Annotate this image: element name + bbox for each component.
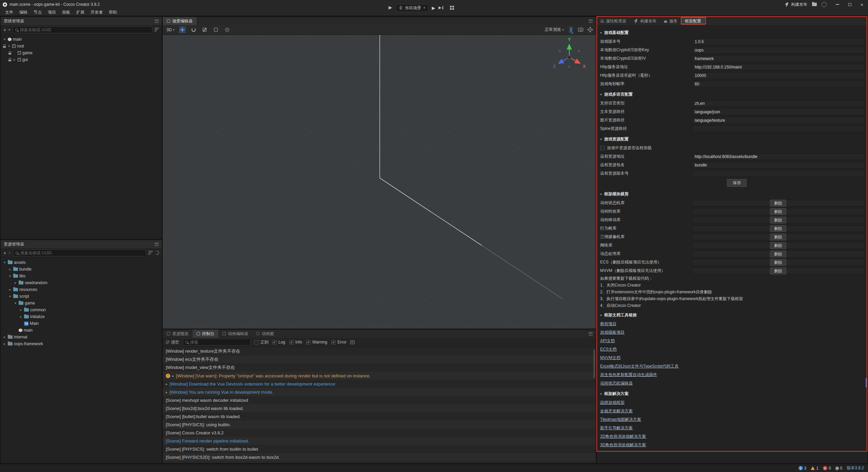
tree-arrow-icon[interactable] xyxy=(14,281,17,284)
doc-link[interactable]: 游戏模板项目 xyxy=(600,330,625,335)
section-header[interactable]: ▾ 框架模块裁剪 xyxy=(597,189,867,199)
view-mode-select[interactable]: 正常浏览 ▾ xyxy=(545,27,564,33)
solution-link[interactable]: 3D角色扮演游戏解决方案 xyxy=(600,442,646,448)
property-input[interactable] xyxy=(692,153,865,160)
console-scrollbar-thumb[interactable] xyxy=(593,349,595,378)
tree-arrow-icon[interactable] xyxy=(8,268,12,271)
tree-arrow-icon[interactable] xyxy=(3,335,6,339)
build-publish-button[interactable]: 构建发布 xyxy=(785,2,807,7)
tree-row[interactable]: game xyxy=(1,300,162,307)
tree-arrow-icon[interactable] xyxy=(8,274,12,278)
window-layout-icon[interactable] xyxy=(450,6,454,10)
property-input[interactable] xyxy=(692,117,865,124)
property-input[interactable] xyxy=(692,64,865,71)
tab-property-inspector[interactable]: 属性检查器 xyxy=(597,17,630,25)
tree-row[interactable]: oops-framework xyxy=(1,340,162,347)
filter-checkbox[interactable] xyxy=(331,340,336,345)
step-button[interactable] xyxy=(439,6,443,10)
panel-menu-icon[interactable] xyxy=(589,20,593,23)
delete-module-button[interactable]: 删除 xyxy=(770,225,786,232)
property-input[interactable] xyxy=(692,55,865,62)
log-filter[interactable]: Warning xyxy=(306,340,327,345)
add-asset-button[interactable]: + xyxy=(3,251,6,255)
tree-row[interactable]: game xyxy=(1,50,162,56)
scene-viewport[interactable]: Y X Z xyxy=(163,35,596,329)
tab-animation-editor[interactable]: 动画编辑器 xyxy=(218,330,252,338)
solution-link[interactable]: 2D角色扮演游戏解决方案 xyxy=(600,434,646,439)
solution-link[interactable]: 战棋游戏框架 xyxy=(600,400,625,406)
tree-row[interactable]: script xyxy=(1,293,162,300)
section-header[interactable]: ▾ 框架文档工具链接 xyxy=(597,310,867,320)
doc-link[interactable]: MVVM文档 xyxy=(600,355,620,361)
assets-search-input[interactable] xyxy=(20,251,143,255)
property-input[interactable] xyxy=(692,162,865,169)
add-node-button[interactable]: + xyxy=(3,27,6,32)
axis-gizmo[interactable]: Y X Z xyxy=(549,36,590,76)
log-row[interactable]: [Window] render_texture文件夹不存在 xyxy=(163,347,596,355)
log-row[interactable]: [Scene] Forward render pipeline initiali… xyxy=(163,437,596,445)
log-row[interactable]: [Window] Download the Vue Devtools exten… xyxy=(163,380,596,388)
console-search-input[interactable] xyxy=(190,340,248,345)
menu-item[interactable]: 帮助 xyxy=(106,8,120,16)
tree-arrow-icon[interactable] xyxy=(14,301,17,305)
delete-module-button[interactable]: 删除 xyxy=(770,200,786,206)
tab-asset-preview[interactable]: 资源预览 xyxy=(163,330,193,338)
tree-row[interactable]: bundle xyxy=(1,266,162,273)
tree-arrow-icon[interactable] xyxy=(3,342,6,346)
info-count-badge[interactable]: 3 xyxy=(798,466,807,471)
inspector-scrollbar-thumb[interactable] xyxy=(866,378,867,388)
tree-row[interactable]: libs xyxy=(1,273,162,279)
delete-module-button[interactable]: 删除 xyxy=(770,259,786,266)
hierarchy-search-input[interactable] xyxy=(20,27,150,32)
expand-chevron-icon[interactable] xyxy=(166,390,167,394)
log-filter[interactable]: Log xyxy=(272,340,285,345)
tree-arrow-icon[interactable] xyxy=(3,38,6,41)
tree-row[interactable]: internal xyxy=(1,334,162,340)
log-row[interactable]: [Scene] [PHYSICS]: using builtin. xyxy=(163,420,596,429)
scale-tool-button[interactable] xyxy=(201,26,208,33)
warning-count-badge[interactable]: 1 xyxy=(811,466,818,471)
log-filter[interactable]: Error xyxy=(331,340,347,345)
tab-animation-graph[interactable]: 动画图 xyxy=(252,330,278,338)
log-row[interactable]: [Window] You are running Vue in developm… xyxy=(163,388,596,396)
tree-row[interactable]: resources xyxy=(1,286,162,293)
menu-item[interactable]: 编辑 xyxy=(16,8,31,16)
property-input[interactable] xyxy=(692,109,865,115)
error-count-badge[interactable]: 0 xyxy=(823,466,831,471)
property-input[interactable] xyxy=(692,72,865,79)
tree-row[interactable]: Main xyxy=(1,320,162,327)
delete-module-button[interactable]: 删除 xyxy=(770,208,786,215)
tree-arrow-icon[interactable] xyxy=(3,261,6,264)
tree-row[interactable]: initialize xyxy=(1,313,162,320)
section-header[interactable]: ▾ 游戏基础配置 xyxy=(597,28,867,37)
move-tool-button[interactable] xyxy=(179,26,186,33)
filter-checkbox[interactable] xyxy=(289,340,294,345)
filter-checkbox[interactable] xyxy=(272,340,277,345)
solution-link[interactable]: Tiledmap地图解决方案 xyxy=(600,417,641,422)
filter-icon[interactable] xyxy=(149,251,153,255)
tree-row[interactable]: common xyxy=(1,307,162,313)
tree-arrow-icon[interactable] xyxy=(7,44,11,48)
console-settings-icon[interactable] xyxy=(350,340,355,344)
tree-row[interactable]: seedrandom xyxy=(1,279,162,286)
doc-link[interactable]: ECS文档 xyxy=(600,347,617,352)
tab-console[interactable]: 控制台 xyxy=(193,330,218,338)
tab-scene-editor[interactable]: 场景编辑器 xyxy=(163,17,197,25)
tab-framework-config[interactable]: 框架配置 xyxy=(681,17,705,25)
log-row[interactable]: [Window] model_view文件夹不存在 xyxy=(163,363,596,372)
tree-row[interactable]: gui xyxy=(1,56,162,63)
property-input[interactable] xyxy=(692,38,865,45)
menu-item[interactable]: 开发者 xyxy=(87,8,106,16)
sort-icon[interactable]: ↕ xyxy=(8,251,11,255)
panel-menu-icon[interactable] xyxy=(589,332,593,335)
delete-module-button[interactable]: 删除 xyxy=(770,251,786,257)
save-button[interactable]: 保存 xyxy=(727,179,747,187)
minimize-button[interactable] xyxy=(831,0,844,9)
log-row[interactable]: [Scene] meshopt wasm decoder initialized xyxy=(163,396,596,404)
delete-module-button[interactable]: 删除 xyxy=(770,268,786,274)
dimension-toggle[interactable]: 3D ▾ xyxy=(166,27,175,32)
pivot-tool-button[interactable] xyxy=(224,26,231,33)
camera-icon[interactable] xyxy=(578,28,583,32)
menu-item[interactable]: 文件 xyxy=(2,8,16,16)
solution-link[interactable]: 新手引导解决方案 xyxy=(600,425,633,431)
